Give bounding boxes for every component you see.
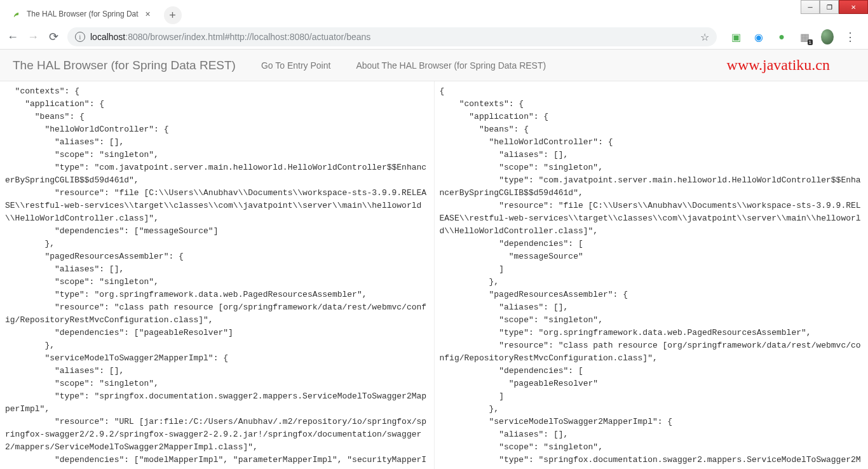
extension-icon-2[interactable]: ◉ xyxy=(752,31,765,43)
extension-icon-3[interactable]: ● xyxy=(775,31,788,43)
left-panel: "contexts": { "application": { "beans": … xyxy=(0,81,434,469)
extension-icon-4[interactable]: ▦1 xyxy=(798,31,811,43)
close-window-button[interactable]: ✕ xyxy=(839,0,868,14)
leaf-icon xyxy=(11,9,22,19)
json-left[interactable]: "contexts": { "application": { "beans": … xyxy=(3,81,431,469)
brand-title: The HAL Browser (for Spring Data REST) xyxy=(13,58,236,72)
browser-tab[interactable]: The HAL Browser (for Spring Dat × xyxy=(5,4,159,24)
new-tab-button[interactable]: + xyxy=(164,6,182,24)
watermark-text: www.javatiku.cn xyxy=(727,57,830,74)
close-tab-icon[interactable]: × xyxy=(144,10,153,18)
avatar-icon[interactable] xyxy=(821,31,834,43)
page-header: The HAL Browser (for Spring Data REST) G… xyxy=(0,50,868,81)
extension-icon-1[interactable]: ▣ xyxy=(729,31,742,43)
bookmark-star-icon[interactable]: ☆ xyxy=(700,31,709,43)
toolbar-icons: ▣ ◉ ● ▦1 ⋮ xyxy=(724,31,862,43)
nav-bar: ← → ⟳ i localhost:8080/browser/index.htm… xyxy=(0,24,868,50)
tab-title: The HAL Browser (for Spring Dat xyxy=(27,10,139,18)
tab-strip: The HAL Browser (for Spring Dat × + xyxy=(0,0,868,24)
json-right[interactable]: { "contexts": { "application": { "beans"… xyxy=(437,81,866,469)
browser-chrome: ─ ❐ ✕ The HAL Browser (for Spring Dat × … xyxy=(0,0,868,50)
right-panel: { "contexts": { "application": { "beans"… xyxy=(434,81,869,469)
address-bar[interactable]: i localhost:8080/browser/index.html#http… xyxy=(67,27,717,46)
nav-about[interactable]: About The HAL Browser (for Spring Data R… xyxy=(356,60,546,71)
maximize-button[interactable]: ❐ xyxy=(820,0,839,14)
kebab-menu-icon[interactable]: ⋮ xyxy=(844,31,857,43)
reload-icon[interactable]: ⟳ xyxy=(47,31,60,43)
nav-entry-point[interactable]: Go To Entry Point xyxy=(261,60,330,71)
window-controls: ─ ❐ ✕ xyxy=(801,0,868,14)
site-info-icon[interactable]: i xyxy=(75,32,85,42)
url-text: localhost:8080/browser/index.html#http:/… xyxy=(90,32,695,42)
forward-icon[interactable]: → xyxy=(27,31,39,43)
minimize-button[interactable]: ─ xyxy=(801,0,820,14)
back-icon[interactable]: ← xyxy=(6,31,19,43)
content-panels: "contexts": { "application": { "beans": … xyxy=(0,81,868,469)
